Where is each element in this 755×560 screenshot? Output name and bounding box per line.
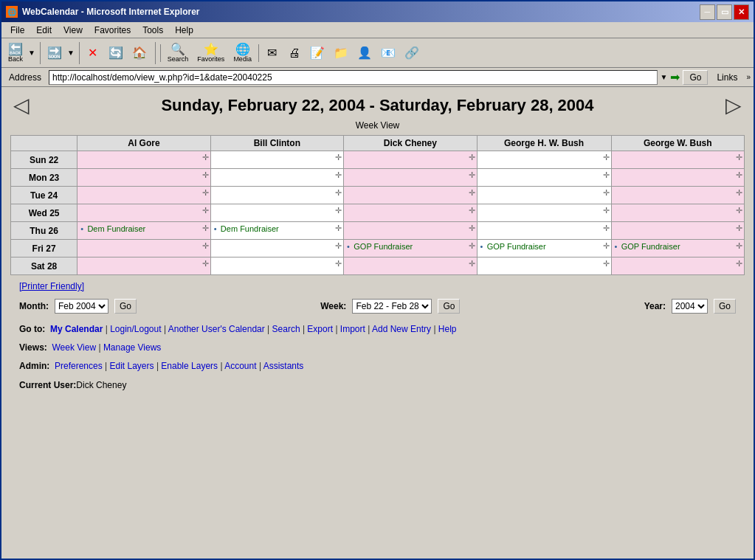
cal-cell[interactable]: • GOP Fundraiser ✛ bbox=[611, 240, 745, 257]
link-search[interactable]: Search bbox=[272, 324, 300, 334]
cal-cell[interactable]: ✛ bbox=[210, 240, 343, 257]
menu-file[interactable]: File bbox=[4, 24, 30, 37]
media-button[interactable]: 🌐 Media bbox=[230, 42, 255, 64]
link-import[interactable]: Import bbox=[340, 324, 365, 334]
cal-cell[interactable]: ✛ bbox=[344, 222, 477, 240]
cal-cell[interactable]: ✛ bbox=[77, 169, 210, 187]
add-icon[interactable]: ✛ bbox=[469, 188, 475, 198]
add-icon[interactable]: ✛ bbox=[335, 153, 342, 162]
cal-cell[interactable]: ✛ bbox=[210, 187, 343, 204]
cal-cell[interactable]: ✛ bbox=[344, 169, 477, 187]
link-add-new-entry[interactable]: Add New Entry bbox=[372, 324, 431, 334]
close-button[interactable]: ✕ bbox=[734, 4, 749, 20]
menu-view[interactable]: View bbox=[58, 24, 89, 37]
forward-button[interactable]: 🔜 bbox=[44, 42, 66, 64]
link-enable-layers[interactable]: Enable Layers bbox=[161, 361, 218, 371]
cal-cell[interactable]: ✛ bbox=[344, 151, 477, 169]
link-my-calendar[interactable]: My Calendar bbox=[50, 324, 103, 334]
cal-cell[interactable]: ✛ bbox=[77, 187, 210, 204]
address-go-button[interactable]: Go bbox=[683, 70, 708, 85]
cal-cell[interactable]: ✛ bbox=[477, 187, 611, 204]
add-icon[interactable]: ✛ bbox=[736, 224, 742, 233]
next-week-button[interactable]: ▷ bbox=[723, 93, 745, 117]
cal-cell[interactable]: ✛ bbox=[477, 222, 611, 240]
event-link-dem-fundraiser-billclinton[interactable]: Dem Fundraiser bbox=[221, 224, 279, 233]
cal-cell[interactable]: • GOP Fundraiser ✛ bbox=[477, 240, 611, 257]
add-icon[interactable]: ✛ bbox=[603, 153, 610, 162]
cal-cell[interactable]: ✛ bbox=[77, 204, 210, 222]
minimize-button[interactable]: ─ bbox=[700, 4, 715, 20]
edit-button[interactable]: 📝 bbox=[306, 42, 328, 64]
cal-cell[interactable]: ✛ bbox=[611, 222, 745, 240]
cal-cell[interactable]: • Dem Fundraiser ✛ bbox=[210, 222, 343, 240]
cal-cell[interactable]: ✛ bbox=[611, 257, 745, 275]
cal-cell[interactable]: ✛ bbox=[77, 151, 210, 169]
event-link-gop-fundraiser-cheney[interactable]: GOP Fundraiser bbox=[354, 242, 413, 251]
link-another-user[interactable]: Another User's Calendar bbox=[168, 324, 265, 334]
add-icon[interactable]: ✛ bbox=[202, 224, 209, 233]
add-icon[interactable]: ✛ bbox=[335, 206, 342, 215]
add-icon[interactable]: ✛ bbox=[736, 241, 742, 251]
link-edit-layers[interactable]: Edit Layers bbox=[110, 361, 154, 371]
search-button[interactable]: 🔍 Search bbox=[164, 42, 193, 64]
main-scroll[interactable]: ◁ Sunday, February 22, 2004 - Saturday, … bbox=[1, 87, 754, 559]
favorites-button[interactable]: ⭐ Favorites bbox=[193, 42, 228, 64]
add-icon[interactable]: ✛ bbox=[202, 188, 209, 198]
add-icon[interactable]: ✛ bbox=[736, 259, 742, 269]
year-select[interactable]: 2004 bbox=[672, 299, 708, 314]
cal-cell[interactable]: ✛ bbox=[77, 257, 210, 275]
add-icon[interactable]: ✛ bbox=[202, 206, 209, 215]
cal-cell[interactable]: ✛ bbox=[477, 257, 611, 275]
cal-cell[interactable]: ✛ bbox=[344, 187, 477, 204]
restore-button[interactable]: ▭ bbox=[717, 4, 732, 20]
add-icon[interactable]: ✛ bbox=[736, 153, 742, 162]
add-icon[interactable]: ✛ bbox=[202, 153, 209, 162]
home-button[interactable]: 🏠 bbox=[128, 42, 151, 64]
menu-tools[interactable]: Tools bbox=[137, 24, 169, 37]
add-icon[interactable]: ✛ bbox=[335, 224, 342, 233]
cal-cell[interactable]: ✛ bbox=[210, 169, 343, 187]
add-icon[interactable]: ✛ bbox=[603, 259, 610, 269]
add-icon[interactable]: ✛ bbox=[603, 170, 610, 180]
add-icon[interactable]: ✛ bbox=[335, 241, 342, 251]
address-dropdown[interactable]: ▼ bbox=[661, 73, 668, 81]
printer-friendly-link[interactable]: [Printer Friendly] bbox=[19, 281, 84, 291]
link-preferences[interactable]: Preferences bbox=[55, 361, 103, 371]
back-dropdown[interactable]: ▼ bbox=[28, 49, 35, 57]
month-go-button[interactable]: Go bbox=[114, 299, 137, 314]
folder-button[interactable]: 📁 bbox=[330, 42, 352, 64]
event-link-gop-fundraiser-gwbush[interactable]: GOP Fundraiser bbox=[621, 242, 680, 251]
cal-cell[interactable]: ✛ bbox=[477, 169, 611, 187]
back-button[interactable]: 🔙 Back bbox=[4, 42, 27, 64]
cal-cell[interactable]: ✛ bbox=[611, 204, 745, 222]
link-export[interactable]: Export bbox=[307, 324, 333, 334]
add-icon[interactable]: ✛ bbox=[736, 170, 742, 180]
forward-dropdown[interactable]: ▼ bbox=[67, 49, 75, 57]
year-go-button[interactable]: Go bbox=[714, 299, 736, 314]
menu-help[interactable]: Help bbox=[169, 24, 199, 37]
cal-cell[interactable]: • Dem Fundraiser ✛ bbox=[77, 222, 210, 240]
cal-cell[interactable]: ✛ bbox=[210, 151, 343, 169]
add-icon[interactable]: ✛ bbox=[603, 224, 610, 233]
add-icon[interactable]: ✛ bbox=[335, 170, 342, 180]
link-help[interactable]: Help bbox=[438, 324, 457, 334]
add-icon[interactable]: ✛ bbox=[335, 188, 342, 198]
cal-cell[interactable]: ✛ bbox=[611, 151, 745, 169]
add-icon[interactable]: ✛ bbox=[603, 206, 610, 215]
cal-cell[interactable]: ✛ bbox=[344, 204, 477, 222]
add-icon[interactable]: ✛ bbox=[469, 170, 475, 180]
menu-edit[interactable]: Edit bbox=[30, 24, 58, 37]
cal-cell[interactable]: ✛ bbox=[344, 257, 477, 275]
add-icon[interactable]: ✛ bbox=[469, 241, 475, 251]
add-icon[interactable]: ✛ bbox=[469, 224, 475, 233]
print-button[interactable]: 🖨 bbox=[284, 42, 305, 64]
link-account[interactable]: Account bbox=[224, 361, 256, 371]
link-week-view[interactable]: Week View bbox=[52, 342, 96, 353]
link-manage-views[interactable]: Manage Views bbox=[103, 342, 162, 353]
month-select[interactable]: Feb 2004 bbox=[55, 299, 108, 314]
link-assistants[interactable]: Assistants bbox=[263, 361, 304, 371]
cal-cell[interactable]: ✛ bbox=[477, 204, 611, 222]
address-input[interactable] bbox=[49, 70, 657, 85]
stop-button[interactable]: ✕ bbox=[83, 42, 103, 64]
cal-cell[interactable]: ✛ bbox=[611, 187, 745, 204]
